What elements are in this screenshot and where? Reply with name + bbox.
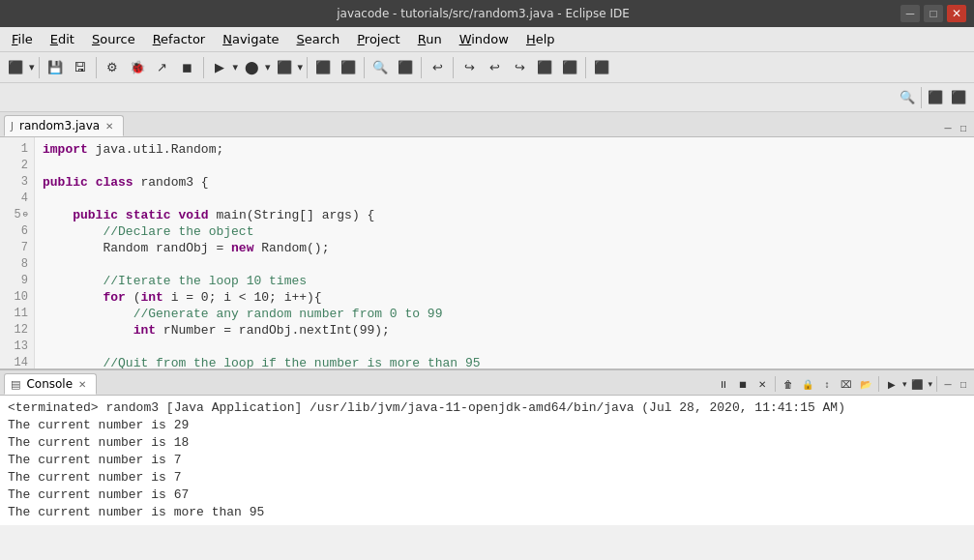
- menu-window[interactable]: Window: [452, 30, 517, 48]
- titlebar: javacode - tutorials/src/random3.java - …: [0, 0, 974, 27]
- toolbar-btn-3[interactable]: ↗: [151, 56, 174, 79]
- code-line-13: [43, 339, 966, 355]
- editor-tab-close[interactable]: ✕: [105, 121, 113, 132]
- console-stop2-btn[interactable]: ✕: [753, 375, 771, 393]
- code-line-6: //Declare the object: [43, 223, 966, 240]
- line-num-12: 12: [6, 322, 28, 339]
- console-run-dropdown[interactable]: ▾: [902, 379, 907, 389]
- console-stop-btn[interactable]: ⏹: [734, 375, 752, 393]
- toolbar-btn-7[interactable]: ⬛: [311, 56, 335, 79]
- menu-source[interactable]: Source: [84, 30, 143, 48]
- toolbar-btn-11[interactable]: ↩: [426, 56, 449, 79]
- console-tab[interactable]: ▤ Console ✕: [4, 373, 97, 395]
- toolbar-sep-6: [421, 57, 422, 78]
- editor-tab-label: random3.java: [19, 119, 100, 133]
- save-all-button[interactable]: 🖫: [69, 56, 92, 79]
- code-content[interactable]: import java.util.Random; public class ra…: [35, 137, 974, 368]
- toolbar-btn-9[interactable]: 🔍: [369, 56, 392, 79]
- menu-refactor[interactable]: Refactor: [145, 30, 214, 48]
- console-new-dropdown[interactable]: ▾: [928, 379, 932, 389]
- toolbar-btn-12[interactable]: ↪: [457, 56, 481, 79]
- console-scroll-btn[interactable]: ↕: [818, 375, 836, 393]
- toolbar-btn-16[interactable]: ⬛: [558, 56, 581, 79]
- toolbar-sep-7: [453, 57, 454, 78]
- run-dropdown[interactable]: ▾: [233, 61, 239, 74]
- console-clear-btn[interactable]: 🗑: [780, 375, 797, 393]
- toolbar-sep-5: [364, 57, 365, 78]
- console-tab-label: Console: [26, 377, 73, 391]
- menu-help[interactable]: Help: [518, 30, 563, 48]
- new-button[interactable]: ⬛: [4, 56, 27, 79]
- toolbar-btn-4[interactable]: ◼: [176, 56, 199, 79]
- console-tab-close[interactable]: ✕: [78, 379, 86, 390]
- console-run-btn[interactable]: ▶: [883, 375, 900, 393]
- toolbar-btn-5[interactable]: ⬤: [240, 56, 263, 79]
- java-file-icon: J: [11, 121, 14, 132]
- menubar: File Edit Source Refactor Navigate Searc…: [0, 27, 974, 52]
- run-button[interactable]: ▶: [208, 56, 231, 79]
- line-num-8: 8: [6, 256, 28, 273]
- line-num-9: 9: [6, 273, 28, 289]
- debug-button[interactable]: 🐞: [126, 56, 149, 79]
- window-controls: ─ □ ✕: [900, 5, 966, 22]
- open-perspective-btn[interactable]: ⬛: [947, 86, 970, 109]
- editor-container: J random3.java ✕ ─ □ 1 2 3 4 5⊖ 6 7 8 9 …: [0, 112, 974, 368]
- editor-minimize-btn[interactable]: ─: [941, 121, 955, 134]
- console-pause-btn[interactable]: ⏸: [715, 375, 732, 393]
- code-line-7: Random randObj = new Random();: [43, 240, 966, 256]
- search-icon-btn[interactable]: 🔍: [896, 86, 919, 109]
- console-new-btn[interactable]: ⬛: [908, 375, 926, 393]
- toolbar-btn-15[interactable]: ⬛: [533, 56, 556, 79]
- toolbar-btn-17[interactable]: ⬛: [590, 56, 613, 79]
- toolbar-dd-2[interactable]: ▾: [265, 61, 271, 74]
- close-button[interactable]: ✕: [947, 5, 966, 22]
- toolbar-dd-3[interactable]: ▾: [298, 61, 304, 74]
- minimize-button[interactable]: ─: [900, 5, 920, 22]
- console-output[interactable]: <terminated> random3 [Java Application] …: [0, 396, 974, 525]
- menu-project[interactable]: Project: [349, 30, 408, 48]
- code-line-8: [43, 256, 966, 273]
- editor-tab-bar: J random3.java ✕ ─ □: [0, 112, 974, 137]
- editor-maximize-btn[interactable]: □: [957, 121, 970, 134]
- line-num-6: 6: [6, 223, 28, 240]
- console-output-line-5: The current number is 67: [8, 486, 966, 504]
- maximize-button[interactable]: □: [924, 5, 943, 22]
- menu-edit[interactable]: Edit: [43, 30, 82, 48]
- code-area: 1 2 3 4 5⊖ 6 7 8 9 10 11 12 13 14 import…: [0, 137, 974, 368]
- console-container: ▤ Console ✕ ⏸ ⏹ ✕ 🗑 🔒 ↕ ⌧ 📂 ▶ ▾ ⬛ ▾: [0, 368, 974, 525]
- line-num-2: 2: [6, 158, 28, 174]
- publish-button[interactable]: ⚙: [101, 56, 124, 79]
- editor-tab-random3[interactable]: J random3.java ✕: [4, 115, 124, 136]
- editor-tab-controls: ─ □: [941, 121, 970, 136]
- console-word-wrap-btn[interactable]: ⌧: [838, 375, 855, 393]
- menu-file[interactable]: File: [4, 30, 41, 48]
- menu-navigate[interactable]: Navigate: [215, 30, 286, 48]
- new-dropdown[interactable]: ▾: [29, 61, 35, 74]
- save-button[interactable]: 💾: [44, 56, 67, 79]
- toolbar-btn-8[interactable]: ⬛: [337, 56, 360, 79]
- menu-run[interactable]: Run: [410, 30, 450, 48]
- code-line-9: //Iterate the loop 10 times: [43, 273, 966, 289]
- line-num-14: 14: [6, 355, 28, 368]
- menu-search[interactable]: Search: [289, 30, 348, 48]
- console-output-line-6: The current number is more than 95: [8, 504, 966, 521]
- perspective-btn[interactable]: ⬛: [924, 86, 947, 109]
- toolbar-btn-14[interactable]: ↪: [508, 56, 531, 79]
- code-line-11: //Generate any random number from 0 to 9…: [43, 306, 966, 322]
- console-minimize-btn[interactable]: ─: [941, 377, 955, 391]
- code-line-14: //Quit from the loop if the number is mo…: [43, 355, 966, 368]
- toolbar-btn-10[interactable]: ⬛: [394, 56, 417, 79]
- titlebar-title: javacode - tutorials/src/random3.java - …: [66, 7, 900, 20]
- toolbar-btn-6[interactable]: ⬛: [273, 56, 296, 79]
- line-num-1: 1: [6, 141, 28, 158]
- console-tb-sep3: [936, 376, 937, 392]
- console-tb-sep1: [775, 376, 776, 392]
- console-scroll-lock-btn[interactable]: 🔒: [799, 375, 816, 393]
- console-open-file-btn[interactable]: 📂: [857, 375, 874, 393]
- console-maximize-btn[interactable]: □: [957, 377, 970, 391]
- code-line-12: int rNumber = randObj.nextInt(99);: [43, 322, 966, 339]
- toolbar-btn-13[interactable]: ↩: [483, 56, 506, 79]
- toolbar-sep-3: [203, 57, 204, 78]
- console-icon: ▤: [11, 378, 20, 391]
- code-line-10: for (int i = 0; i < 10; i++){: [43, 289, 966, 306]
